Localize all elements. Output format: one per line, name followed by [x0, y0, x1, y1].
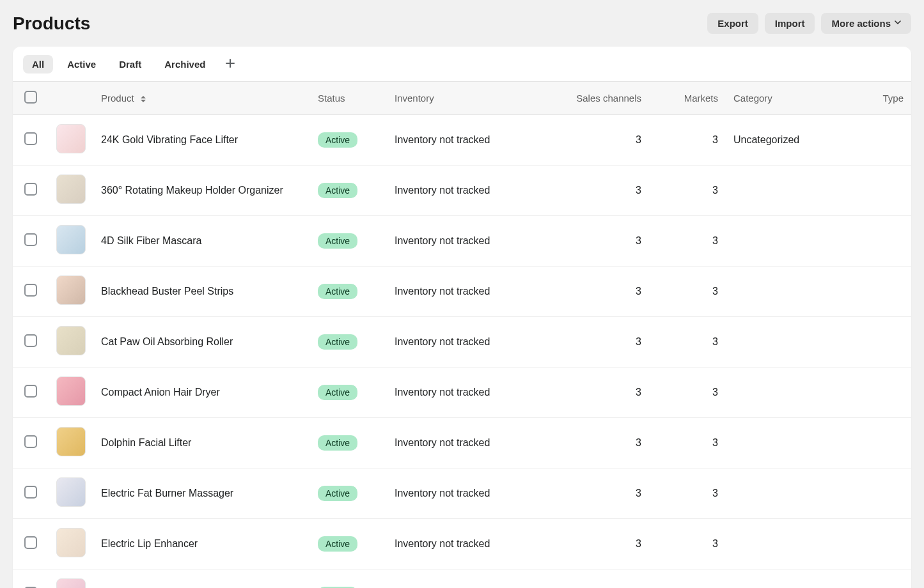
type-cell: [841, 418, 911, 468]
category-cell: [726, 216, 841, 267]
col-header-select: [13, 82, 49, 115]
type-cell: [841, 569, 911, 589]
col-header-thumb: [49, 82, 93, 115]
product-thumbnail[interactable]: [56, 578, 86, 588]
products-tbody: 24K Gold Vibrating Face LifterActiveInve…: [13, 115, 911, 589]
col-header-markets[interactable]: Markets: [649, 82, 726, 115]
row-checkbox[interactable]: [24, 284, 37, 297]
product-name[interactable]: 4D Silk Fiber Mascara: [93, 216, 310, 267]
type-cell: [841, 267, 911, 317]
product-thumbnail[interactable]: [56, 174, 86, 204]
product-name[interactable]: Dolphin Facial Lifter: [93, 418, 310, 468]
category-cell: [726, 418, 841, 468]
product-thumbnail[interactable]: [56, 225, 86, 254]
col-header-type[interactable]: Type: [841, 82, 911, 115]
product-name[interactable]: Electric Fat Burner Massager: [93, 468, 310, 519]
product-thumbnail[interactable]: [56, 124, 86, 153]
table-row[interactable]: 24K Gold Vibrating Face LifterActiveInve…: [13, 115, 911, 166]
category-cell: Uncategorized: [726, 115, 841, 166]
tab-draft[interactable]: Draft: [110, 55, 150, 74]
header-actions: Export Import More actions: [707, 13, 911, 34]
product-thumbnail[interactable]: [56, 376, 86, 406]
chevron-down-icon: [895, 20, 901, 27]
type-cell: [841, 115, 911, 166]
product-name[interactable]: Eye Glow Massage Pen: [93, 569, 310, 589]
status-badge: Active: [318, 284, 357, 299]
markets-cell: 3: [649, 166, 726, 216]
col-header-inventory[interactable]: Inventory: [387, 82, 553, 115]
status-badge: Active: [318, 435, 357, 451]
col-header-category[interactable]: Category: [726, 82, 841, 115]
row-checkbox[interactable]: [24, 183, 37, 196]
product-thumbnail[interactable]: [56, 477, 86, 507]
type-cell: [841, 166, 911, 216]
table-row[interactable]: Dolphin Facial LifterActiveInventory not…: [13, 418, 911, 468]
sales-channels-cell: 3: [553, 368, 649, 418]
table-row[interactable]: Electric Lip EnhancerActiveInventory not…: [13, 519, 911, 569]
import-button[interactable]: Import: [765, 13, 815, 34]
product-thumbnail[interactable]: [56, 275, 86, 305]
col-header-status[interactable]: Status: [310, 82, 387, 115]
product-name[interactable]: Cat Paw Oil Absorbing Roller: [93, 317, 310, 368]
inventory-cell: Inventory not tracked: [387, 368, 553, 418]
sort-icon: [141, 96, 146, 102]
table-row[interactable]: Compact Anion Hair DryerActiveInventory …: [13, 368, 911, 418]
product-thumbnail[interactable]: [56, 427, 86, 456]
col-header-sales[interactable]: Sales channels: [553, 82, 649, 115]
table-row[interactable]: 360° Rotating Makeup Holder OrganizerAct…: [13, 166, 911, 216]
tab-archived[interactable]: Archived: [155, 55, 214, 74]
inventory-cell: Inventory not tracked: [387, 115, 553, 166]
sales-channels-cell: 3: [553, 166, 649, 216]
markets-cell: 3: [649, 317, 726, 368]
status-badge: Active: [318, 334, 357, 350]
product-name[interactable]: 360° Rotating Makeup Holder Organizer: [93, 166, 310, 216]
product-thumbnail[interactable]: [56, 528, 86, 557]
category-cell: [726, 368, 841, 418]
status-badge: Active: [318, 183, 357, 198]
markets-cell: 3: [649, 368, 726, 418]
category-cell: [726, 317, 841, 368]
product-name[interactable]: Compact Anion Hair Dryer: [93, 368, 310, 418]
row-checkbox[interactable]: [24, 233, 37, 246]
export-button[interactable]: Export: [707, 13, 758, 34]
add-view-button[interactable]: [219, 54, 241, 74]
table-row[interactable]: Electric Fat Burner MassagerActiveInvent…: [13, 468, 911, 519]
product-thumbnail[interactable]: [56, 326, 86, 355]
category-cell: [726, 267, 841, 317]
sales-channels-cell: 3: [553, 418, 649, 468]
row-checkbox[interactable]: [24, 536, 37, 549]
inventory-cell: Inventory not tracked: [387, 267, 553, 317]
type-cell: [841, 368, 911, 418]
more-actions-button[interactable]: More actions: [821, 13, 911, 34]
product-name[interactable]: Blackhead Buster Peel Strips: [93, 267, 310, 317]
row-checkbox[interactable]: [24, 486, 37, 499]
table-row[interactable]: Blackhead Buster Peel StripsActiveInvent…: [13, 267, 911, 317]
table-row[interactable]: Eye Glow Massage PenActiveInventory not …: [13, 569, 911, 589]
markets-cell: 3: [649, 216, 726, 267]
products-table: Product Status Inventory Sales channels …: [13, 81, 911, 588]
product-name[interactable]: Electric Lip Enhancer: [93, 519, 310, 569]
inventory-cell: Inventory not tracked: [387, 418, 553, 468]
product-name[interactable]: 24K Gold Vibrating Face Lifter: [93, 115, 310, 166]
page-title: Products: [13, 13, 90, 34]
inventory-cell: Inventory not tracked: [387, 317, 553, 368]
inventory-cell: Inventory not tracked: [387, 166, 553, 216]
category-cell: [726, 166, 841, 216]
status-badge: Active: [318, 385, 357, 400]
category-cell: [726, 569, 841, 589]
table-row[interactable]: 4D Silk Fiber MascaraActiveInventory not…: [13, 216, 911, 267]
sales-channels-cell: 3: [553, 267, 649, 317]
col-header-product[interactable]: Product: [93, 82, 310, 115]
row-checkbox[interactable]: [24, 435, 37, 448]
select-all-checkbox[interactable]: [24, 91, 37, 104]
row-checkbox[interactable]: [24, 132, 37, 145]
tab-all[interactable]: All: [23, 55, 53, 74]
sales-channels-cell: 3: [553, 569, 649, 589]
status-badge: Active: [318, 132, 357, 148]
tab-active[interactable]: Active: [58, 55, 105, 74]
more-actions-label: More actions: [831, 18, 891, 29]
table-row[interactable]: Cat Paw Oil Absorbing RollerActiveInvent…: [13, 317, 911, 368]
filter-tabs: AllActiveDraftArchived: [13, 47, 911, 81]
row-checkbox[interactable]: [24, 334, 37, 347]
row-checkbox[interactable]: [24, 385, 37, 398]
